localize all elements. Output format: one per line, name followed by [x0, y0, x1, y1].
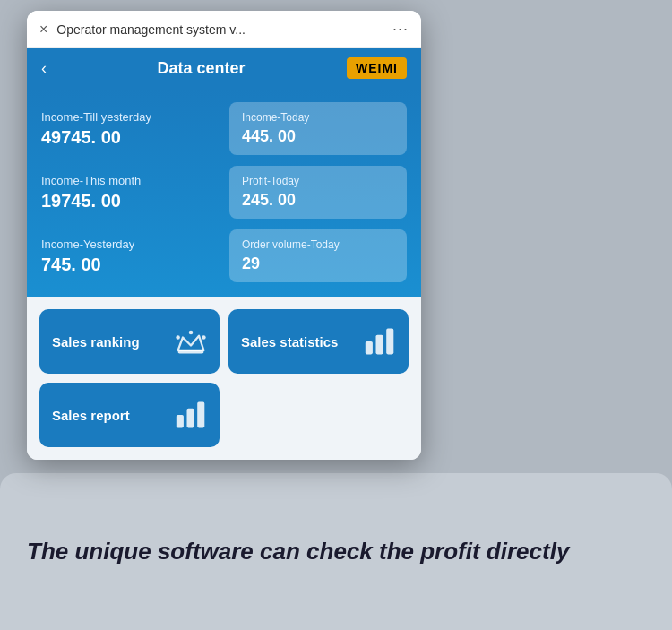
svg-point-4	[202, 335, 206, 340]
sales-statistics-button[interactable]: Sales statistics	[228, 309, 409, 374]
stat-label-4: Income-Yesterday	[41, 237, 219, 251]
stat-value-2: 19745. 00	[41, 191, 219, 211]
svg-rect-8	[177, 415, 184, 427]
sales-ranking-label: Sales ranking	[52, 334, 140, 350]
stat-value-4: 745. 00	[41, 255, 219, 275]
svg-rect-10	[197, 402, 204, 428]
caption-area: The unique software can check the profit…	[0, 473, 672, 630]
sales-ranking-button[interactable]: Sales ranking	[39, 309, 220, 374]
svg-point-3	[189, 331, 194, 335]
stats-area: Income-Till yesterday 49745. 00 Income-T…	[27, 88, 421, 297]
stat-order-volume-today: Order volume-Today 29	[229, 229, 407, 282]
stat-label-0: Income-Till yesterday	[41, 110, 219, 124]
stat-value-3: 245. 00	[242, 191, 394, 210]
stat-income-yesterday: Income-Yesterday 745. 00	[41, 229, 219, 282]
stat-label-2: Income-This month	[41, 174, 219, 187]
svg-rect-9	[187, 409, 194, 428]
sales-report-button[interactable]: Sales report	[39, 383, 220, 447]
app-header: ‹ Data center WEIMI	[27, 48, 421, 88]
close-icon[interactable]: ×	[39, 22, 47, 38]
stat-profit-today: Profit-Today 245. 00	[229, 166, 407, 219]
svg-rect-5	[366, 341, 373, 354]
caption-text: The unique software can check the profit…	[27, 535, 569, 567]
stat-value-0: 49745. 00	[41, 127, 219, 148]
bar-chart-icon-2	[175, 399, 207, 431]
sales-statistics-label: Sales statistics	[241, 334, 338, 350]
more-icon[interactable]: ···	[392, 20, 409, 39]
phone-card: × Operator management system v... ··· ‹ …	[27, 11, 421, 460]
stat-income-today: Income-Today 445. 00	[229, 102, 407, 155]
stat-income-this-month: Income-This month 19745. 00	[41, 166, 219, 219]
sales-report-label: Sales report	[52, 408, 130, 423]
stat-value-5: 29	[242, 255, 394, 273]
crown-icon	[175, 325, 207, 358]
page-title: Data center	[56, 59, 347, 78]
bar-chart-icon-1	[364, 325, 396, 358]
svg-rect-7	[386, 329, 393, 355]
title-bar-text: Operator management system v...	[56, 22, 392, 37]
svg-point-2	[176, 335, 180, 340]
svg-rect-1	[178, 350, 204, 354]
title-bar: × Operator management system v... ···	[27, 11, 421, 48]
stat-label-3: Profit-Today	[242, 175, 394, 187]
back-arrow-icon[interactable]: ‹	[41, 59, 47, 78]
buttons-area: Sales ranking Sales statistics Sales rep…	[27, 297, 421, 460]
stat-label-5: Order volume-Today	[242, 238, 394, 251]
brand-badge: WEIMI	[347, 57, 407, 79]
stat-value-1: 445. 00	[242, 127, 394, 146]
svg-rect-6	[376, 335, 383, 355]
stat-label-1: Income-Today	[242, 111, 394, 124]
svg-marker-0	[178, 336, 204, 350]
stat-income-till-yesterday: Income-Till yesterday 49745. 00	[41, 102, 219, 155]
